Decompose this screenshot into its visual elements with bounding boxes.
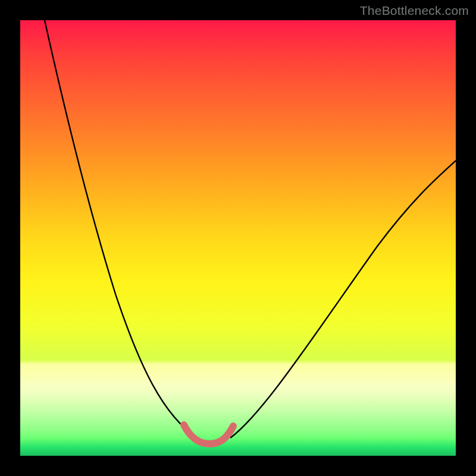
watermark-text: TheBottleneck.com (360, 4, 469, 18)
curve-layer (20, 20, 456, 456)
plot-area (20, 20, 456, 456)
curve-right-branch (230, 161, 456, 438)
curve-trough-highlight (184, 425, 233, 444)
curve-left-branch (45, 20, 198, 438)
chart-frame: TheBottleneck.com (0, 0, 476, 476)
